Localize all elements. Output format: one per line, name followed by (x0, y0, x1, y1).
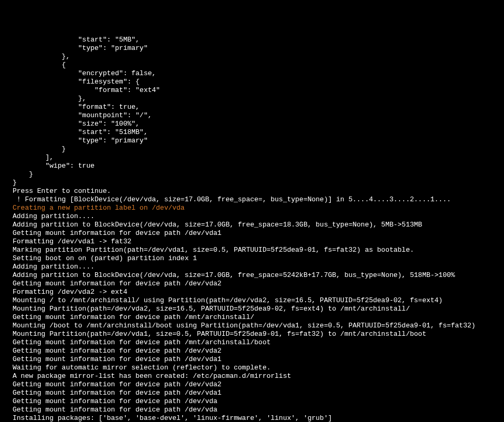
terminal-line: "type": "primary" (13, 137, 504, 145)
terminal-line: Mounting /boot to /mnt/archinstall/boot … (13, 322, 504, 330)
terminal-line: Getting mount information for device pat… (13, 397, 504, 406)
terminal-line: Getting mount information for device pat… (13, 389, 504, 397)
terminal-line: } (13, 179, 504, 187)
terminal-line: } (13, 145, 504, 153)
terminal-line: Formatting /dev/vda1 -> fat32 (13, 238, 504, 246)
terminal-line: Getting mount information for device pat… (13, 355, 504, 364)
terminal-line: "filesystem": { (13, 78, 504, 86)
terminal-line: Adding partition.... (13, 263, 504, 271)
terminal-line: "format": "ext4" (13, 86, 504, 95)
terminal-line: Adding partition.... (13, 212, 504, 221)
terminal-line: Setting boot on on (parted) partition in… (13, 254, 504, 263)
terminal-line: ], (13, 153, 504, 162)
terminal-line: Getting mount information for device pat… (13, 380, 504, 389)
terminal-line: Mounting Partition(path=/dev/vda1, size=… (13, 330, 504, 338)
terminal-line: Mounting Partition(path=/dev/vda2, size=… (13, 305, 504, 313)
terminal-line: Installing packages: ['base', 'base-deve… (13, 414, 504, 422)
terminal-line: Getting mount information for device pat… (13, 313, 504, 322)
terminal-line: }, (13, 53, 504, 61)
terminal-line: ! Formatting [BlockDevice(/dev/vda, size… (13, 195, 504, 204)
terminal-line: { (13, 61, 504, 69)
terminal-line: "size": "100%", (13, 120, 504, 128)
terminal-line: Waiting for automatic mirror selection (… (13, 364, 504, 372)
terminal-line: Adding partition to BlockDevice(/dev/vda… (13, 221, 504, 229)
terminal-line: Adding partition to BlockDevice(/dev/vda… (13, 271, 504, 280)
terminal-output[interactable]: "start": "5MB", "type": "primary" }, { "… (13, 36, 504, 422)
terminal-line: Creating a new partition label on /dev/v… (13, 204, 504, 212)
terminal-line: Press Enter to continue. (13, 187, 504, 195)
terminal-line: } (13, 170, 504, 179)
terminal-line: "format": true, (13, 103, 504, 111)
terminal-line: Getting mount information for device pat… (13, 229, 504, 238)
terminal-line: "mountpoint": "/", (13, 111, 504, 120)
terminal-line: Mounting / to /mnt/archinstall/ using Pa… (13, 296, 504, 305)
terminal-line: Getting mount information for device pat… (13, 280, 504, 288)
terminal-line: A new package mirror-list has been creat… (13, 372, 504, 380)
terminal-line: Getting mount information for device pat… (13, 338, 504, 347)
terminal-line: "start": "5MB", (13, 36, 504, 44)
terminal-line: Getting mount information for device pat… (13, 406, 504, 414)
terminal-line: "start": "518MB", (13, 128, 504, 137)
terminal-line: Marking partition Partition(path=/dev/vd… (13, 246, 504, 254)
terminal-line: }, (13, 95, 504, 103)
terminal-line: "wipe": true (13, 162, 504, 170)
terminal-line: Getting mount information for device pat… (13, 347, 504, 355)
terminal-line: "type": "primary" (13, 44, 504, 53)
terminal-line: Formatting /dev/vda2 -> ext4 (13, 288, 504, 296)
terminal-line: "encrypted": false, (13, 69, 504, 78)
